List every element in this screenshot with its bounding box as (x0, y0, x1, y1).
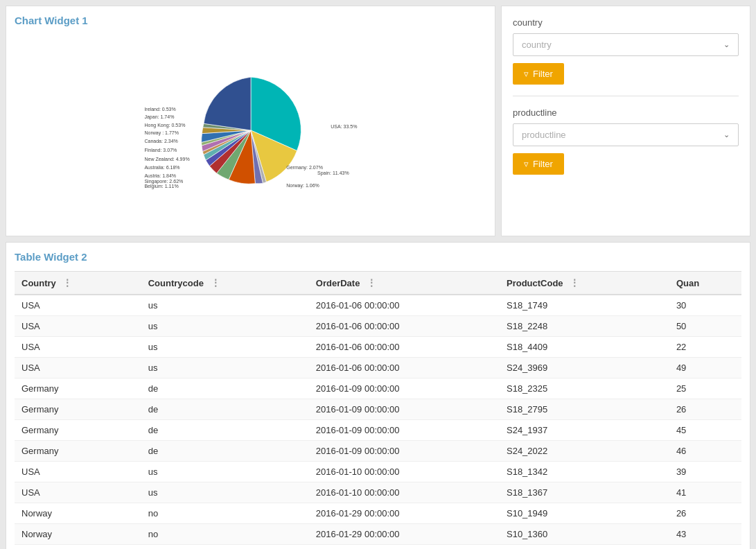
chart-area: USA: 33.5% Spain: 11.43% Norway: 1.06% G… (15, 33, 486, 227)
cell-country: USA (15, 337, 141, 358)
cell-country: Germany (15, 399, 141, 420)
table-widget-title: Table Widget 2 (15, 251, 741, 263)
cell-quan: 30 (669, 295, 741, 316)
country-filter-label: country (513, 17, 739, 28)
cell-country: Germany (15, 378, 141, 399)
productline-filter-label: productline (513, 107, 739, 118)
pie-label-austria: Austria: 1.84% (144, 173, 176, 178)
cell-country: USA (15, 358, 141, 378)
cell-orderdate: 2016-01-09 00:00:00 (309, 420, 500, 441)
table-row: Norwayno2016-01-29 00:00:00S10_136043 (15, 524, 741, 545)
filter-icon-2: ▿ (524, 159, 529, 169)
chart-widget-title: Chart Widget 1 (15, 15, 486, 26)
cell-quan: 25 (669, 378, 741, 399)
cell-orderdate: 2016-01-06 00:00:00 (309, 295, 500, 316)
cell-orderdate: 2016-01-06 00:00:00 (309, 358, 500, 378)
cell-quan: 22 (669, 337, 741, 358)
col-menu-productcode[interactable]: ⋮ (570, 277, 579, 288)
cell-countrycode: no (141, 503, 309, 524)
col-header-productcode[interactable]: ProductCode ⋮ (500, 272, 669, 295)
cell-productcode: S18_2248 (500, 316, 669, 337)
table-header: Country ⋮ Countrycode ⋮ OrderDate ⋮ Prod… (15, 272, 741, 295)
table-row: Germanyde2016-01-09 00:00:00S24_193745 (15, 420, 741, 441)
cell-orderdate: 2016-01-10 00:00:00 (309, 482, 500, 503)
cell-orderdate: 2016-01-29 00:00:00 (309, 524, 500, 545)
table-row: Germanyde2016-01-09 00:00:00S18_232525 (15, 378, 741, 399)
country-filter-button-label: Filter (533, 69, 553, 79)
cell-countrycode: us (141, 295, 309, 316)
col-header-countrycode[interactable]: Countrycode ⋮ (141, 272, 309, 295)
cell-productcode: S18_1342 (500, 462, 669, 482)
table-row: USAus2016-01-10 00:00:00S18_136741 (15, 482, 741, 503)
cell-productcode: S18_1367 (500, 482, 669, 503)
table-body: USAus2016-01-06 00:00:00S18_174930USAus2… (15, 295, 741, 545)
pie-label-newzealand: New Zealand: 4.99% (144, 157, 189, 162)
cell-quan: 39 (669, 462, 741, 482)
data-table: Country ⋮ Countrycode ⋮ OrderDate ⋮ Prod… (15, 271, 741, 545)
col-menu-countrycode[interactable]: ⋮ (211, 277, 220, 288)
cell-orderdate: 2016-01-06 00:00:00 (309, 337, 500, 358)
productline-filter-button[interactable]: ▿ Filter (513, 153, 564, 175)
cell-quan: 26 (669, 503, 741, 524)
pie-label-canada: Canada: 2.34% (144, 139, 177, 143)
table-container[interactable]: Country ⋮ Countrycode ⋮ OrderDate ⋮ Prod… (15, 271, 741, 545)
productline-filter-button-label: Filter (533, 159, 553, 169)
table-widget-2: Table Widget 2 Country ⋮ Countrycode ⋮ O… (6, 242, 750, 549)
pie-label-norway-small: Norway: 1.06% (286, 183, 319, 189)
pie-label-belgium: Belgium: 1.11% (144, 184, 178, 189)
country-select[interactable]: country ⌄ (513, 33, 739, 56)
pie-chart: USA: 33.5% Spain: 11.43% Norway: 1.06% G… (140, 33, 362, 227)
chevron-down-icon-2: ⌄ (723, 130, 730, 139)
pie-label-germany: Germany: 2.07% (286, 165, 323, 171)
cell-orderdate: 2016-01-10 00:00:00 (309, 462, 500, 482)
cell-countrycode: de (141, 399, 309, 420)
cell-countrycode: de (141, 441, 309, 462)
col-header-country[interactable]: Country ⋮ (15, 272, 141, 295)
cell-country: USA (15, 295, 141, 316)
cell-productcode: S18_2325 (500, 378, 669, 399)
productline-filter-section: productline productline ⌄ ▿ Filter (513, 107, 739, 175)
table-row: Germanyde2016-01-09 00:00:00S18_279526 (15, 399, 741, 420)
productline-select[interactable]: productline ⌄ (513, 123, 739, 146)
cell-country: USA (15, 316, 141, 337)
col-menu-country[interactable]: ⋮ (62, 277, 72, 288)
cell-countrycode: us (141, 316, 309, 337)
country-filter-section: country country ⌄ ▿ Filter (513, 17, 739, 96)
pie-label-hongkong: Hong Kong: 0.53% (144, 123, 185, 128)
cell-quan: 46 (669, 441, 741, 462)
filter-icon: ▿ (524, 69, 529, 79)
country-filter-button[interactable]: ▿ Filter (513, 63, 564, 85)
cell-countrycode: us (141, 482, 309, 503)
cell-country: USA (15, 462, 141, 482)
col-header-orderdate[interactable]: OrderDate ⋮ (309, 272, 500, 295)
table-row: USAus2016-01-10 00:00:00S18_134239 (15, 462, 741, 482)
pie-label-australia: Australia: 6.18% (144, 165, 179, 170)
chevron-down-icon: ⌄ (723, 40, 730, 49)
cell-productcode: S24_2022 (500, 441, 669, 462)
cell-quan: 50 (669, 316, 741, 337)
col-menu-orderdate[interactable]: ⋮ (367, 277, 376, 288)
cell-countrycode: de (141, 420, 309, 441)
cell-quan: 43 (669, 524, 741, 545)
cell-quan: 49 (669, 358, 741, 378)
cell-productcode: S10_1949 (500, 503, 669, 524)
col-header-quan[interactable]: Quan (669, 272, 741, 295)
cell-countrycode: no (141, 524, 309, 545)
pie-label-japan: Japan: 1.74% (144, 114, 174, 120)
header-row: Country ⋮ Countrycode ⋮ OrderDate ⋮ Prod… (15, 272, 741, 295)
pie-label-singapore: Singapore: 2.62% (144, 179, 183, 184)
cell-orderdate: 2016-01-09 00:00:00 (309, 441, 500, 462)
cell-quan: 41 (669, 482, 741, 503)
cell-country: Germany (15, 441, 141, 462)
cell-productcode: S18_4409 (500, 337, 669, 358)
cell-countrycode: us (141, 462, 309, 482)
table-row: USAus2016-01-06 00:00:00S18_174930 (15, 295, 741, 316)
country-select-text: country (522, 40, 552, 50)
cell-countrycode: de (141, 378, 309, 399)
cell-productcode: S18_1749 (500, 295, 669, 316)
cell-productcode: S24_3969 (500, 358, 669, 378)
pie-label-finland: Finland: 3.07% (144, 148, 177, 152)
chart-widget-1: Chart Widget 1 (6, 6, 495, 236)
cell-country: Norway (15, 503, 141, 524)
cell-country: Germany (15, 420, 141, 441)
